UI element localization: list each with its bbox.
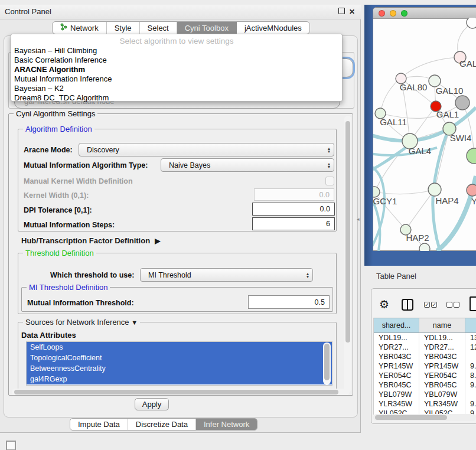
algorithm-option-aracne-algorithm[interactable]: ARACNE Algorithm xyxy=(11,65,342,74)
mi-type-value: Naive Bayes xyxy=(161,161,324,169)
settings-horizontal-scrollbar[interactable] xyxy=(12,389,350,395)
checked-box-icon: ✓ xyxy=(424,302,430,308)
tab-select[interactable]: Select xyxy=(140,22,177,34)
table-row[interactable]: YPR145WYPR145W9. xyxy=(374,361,476,371)
mi-threshold-field[interactable]: 0.5 xyxy=(248,295,330,309)
table-body: YDL19...YDL19...13YDR27...YDR27...12YBR0… xyxy=(374,333,476,415)
table-row[interactable]: YDR27...YDR27...12 xyxy=(374,343,476,352)
which-threshold-combo[interactable]: MI Threshold ▲▼ xyxy=(140,268,313,282)
mi-steps-field[interactable]: 6 xyxy=(252,217,335,230)
tab-infer-network[interactable]: Infer Network xyxy=(196,419,257,430)
control-panel-title: Control Panel xyxy=(5,7,51,16)
attribute-item-selfloops[interactable]: SelfLoops xyxy=(27,342,332,353)
table-cell: 13 xyxy=(465,333,476,343)
tab-label: Network xyxy=(70,24,99,32)
network-node[interactable] xyxy=(419,243,430,251)
divider-collapse-icon[interactable]: ◂ xyxy=(357,216,360,222)
zoom-button[interactable] xyxy=(401,10,407,17)
tab-label: Cyni Toolbox xyxy=(185,24,229,32)
threshold-definition-title: Threshold Definition xyxy=(23,249,96,257)
network-node-hap4[interactable] xyxy=(428,183,441,196)
mi-steps-label: Mutual Information Steps: xyxy=(24,221,115,229)
algorithm-dropdown-placeholder: Select algorithm to view settings xyxy=(11,34,342,46)
node-label: GAL10 xyxy=(436,86,464,96)
data-attributes-label: Data Attributes xyxy=(21,331,76,340)
tab-style[interactable]: Style xyxy=(107,22,140,34)
tab-discretize-data[interactable]: Discretize Data xyxy=(128,419,196,430)
kernel-width-field[interactable]: 0.0 xyxy=(254,188,334,201)
unchecked-box-icon xyxy=(454,302,459,308)
algorithm-option-mutual-information-inference[interactable]: Mutual Information Inference xyxy=(11,74,342,84)
table-row[interactable]: YLR345WYLR345W9. xyxy=(374,399,476,409)
table-cell: YDL19... xyxy=(419,333,465,343)
tab-jactivemnodules[interactable]: jActiveMNodules xyxy=(237,22,309,34)
network-icon xyxy=(60,23,67,32)
table-cell: 9. xyxy=(465,361,476,371)
tab-impute-data[interactable]: Impute Data xyxy=(70,419,128,430)
table-row[interactable]: YBR045CYBR045C9. xyxy=(374,380,476,390)
column-view-icon[interactable] xyxy=(402,299,413,311)
floating-window-icon[interactable] xyxy=(6,441,16,450)
close-icon[interactable]: ✕ xyxy=(348,8,356,16)
column-header-shared[interactable]: shared... xyxy=(374,318,419,332)
which-threshold-label: Which threshold to use: xyxy=(50,271,134,279)
table-cell: YDR27... xyxy=(419,343,465,352)
hub-definition-toggle[interactable]: Hub/Transcription Factor Definition ▶ xyxy=(21,236,160,245)
attribute-item-topologicalcoefficient[interactable]: TopologicalCoefficient xyxy=(27,353,332,363)
column-header-a[interactable]: A xyxy=(465,318,476,332)
deselect-all-columns-icon[interactable] xyxy=(446,302,461,308)
table-cell: YBL079W xyxy=(374,390,419,399)
table-header: shared...nameA xyxy=(374,318,476,333)
close-button[interactable] xyxy=(379,10,385,17)
network-canvas[interactable]: GALGAL80GAL10GAL1GAL11SWI4GAL4GCY1HAP4YH… xyxy=(373,18,476,251)
document-icon[interactable] xyxy=(470,296,476,311)
tab-network[interactable]: Network xyxy=(53,22,107,34)
gear-icon[interactable]: ⚙ xyxy=(379,298,389,311)
algorithm-option-basic-correlation-inference[interactable]: Basic Correlation Inference xyxy=(11,56,342,65)
attributes-vertical-scrollbar[interactable] xyxy=(323,343,331,384)
mi-threshold-group-title: MI Threshold Definition xyxy=(27,283,110,292)
table-cell: 9. xyxy=(465,380,476,390)
sources-title-text: Sources for Network Inference xyxy=(25,318,129,327)
table-row[interactable]: YBL079WYBL079W xyxy=(374,390,476,399)
network-node[interactable] xyxy=(467,148,476,164)
attribute-item-betweennesscentrality[interactable]: BetweennessCentrality xyxy=(27,363,332,374)
float-panel-icon[interactable] xyxy=(337,8,345,16)
attribute-item-gal4rgexp[interactable]: gal4RGexp xyxy=(27,374,332,384)
settings-vertical-scrollbar[interactable] xyxy=(344,116,351,392)
dpi-tolerance-field[interactable]: 0.0 xyxy=(252,203,335,216)
manual-kernel-checkbox[interactable] xyxy=(325,177,334,185)
tab-label: Select xyxy=(148,24,169,32)
table-row[interactable]: YBR043CYBR043C xyxy=(374,352,476,361)
which-threshold-value: MI Threshold xyxy=(141,271,303,279)
algorithm-option-dream8-dc-tdc-algorithm[interactable]: Dream8 DC_TDC Algorithm xyxy=(11,93,342,103)
apply-button[interactable]: Apply xyxy=(135,398,169,410)
table-cell: 12 xyxy=(465,343,476,352)
network-node[interactable] xyxy=(455,96,470,110)
table-row[interactable]: YDL19...YDL19...13 xyxy=(374,333,476,343)
tab-label: Infer Network xyxy=(204,420,249,429)
table-row[interactable]: YER054CYER054C8. xyxy=(374,371,476,380)
tab-cyni-toolbox[interactable]: Cyni Toolbox xyxy=(177,22,237,34)
network-edge-highlighted xyxy=(373,145,410,173)
select-all-columns-icon[interactable]: ✓ ✓ xyxy=(424,302,438,308)
table-cell: 8. xyxy=(465,371,476,380)
algorithm-option-bayesian-hill-climbing[interactable]: Bayesian – Hill Climbing xyxy=(11,46,342,56)
aracne-mode-value: Discovery xyxy=(79,146,324,154)
network-node-gal10[interactable] xyxy=(429,75,441,87)
aracne-mode-label: Aracne Mode: xyxy=(24,146,73,154)
stepper-arrows-icon: ▲▼ xyxy=(324,162,334,168)
column-header-name[interactable]: name xyxy=(419,318,465,332)
network-node[interactable] xyxy=(467,18,476,28)
minimize-button[interactable] xyxy=(390,10,396,17)
data-attributes-list: SelfLoopsTopologicalCoefficientBetweenne… xyxy=(26,341,332,386)
mi-type-combo[interactable]: Naive Bayes ▲▼ xyxy=(161,158,334,172)
table-horizontal-scrollbar[interactable] xyxy=(373,414,476,421)
table-cell: YBR043C xyxy=(374,352,419,361)
network-node-y[interactable] xyxy=(467,184,476,196)
tab-label: jActiveMNodules xyxy=(244,24,302,32)
table-cell: YPR145W xyxy=(374,361,419,371)
aracne-mode-combo[interactable]: Discovery ▲▼ xyxy=(79,143,334,156)
collapse-down-icon[interactable]: ▼ xyxy=(131,319,138,326)
algorithm-option-bayesian-k2[interactable]: Bayesian – K2 xyxy=(11,84,342,93)
